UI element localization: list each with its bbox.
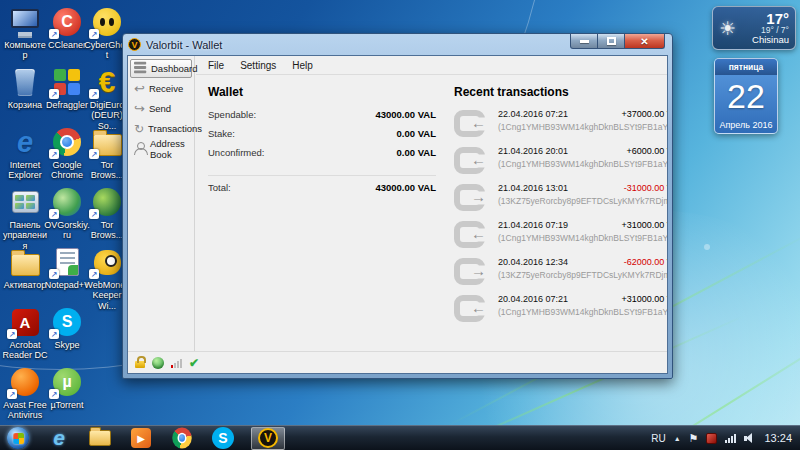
weather-gadget[interactable]: ☀ 17° 19° / 7° Chisinau	[712, 6, 796, 50]
taskbar-apps: e▶SV	[0, 427, 285, 450]
shortcut-arrow-icon: ↗	[49, 329, 59, 339]
dashboard-content: Wallet Spendable:43000.00 VALStake:0.00 …	[196, 76, 667, 351]
volume-icon[interactable]	[744, 433, 756, 444]
chrome-icon	[172, 428, 192, 449]
transactions-heading: Recent transactions	[454, 85, 668, 99]
taskbar-skype[interactable]: S	[210, 427, 236, 450]
taskbar: e▶SV RU ▲ ⚑ 13:24	[0, 425, 800, 450]
desktop-icon-control-panel[interactable]: Панель управления	[2, 186, 48, 251]
menu-help[interactable]: Help	[284, 58, 321, 73]
transaction-row[interactable]: 22.04.2016 07:21+37000.00 VAL(1Cng1YMHB9…	[454, 109, 668, 146]
desktop-icon-utorrent[interactable]: µ↗µTorrent	[44, 366, 90, 410]
minimize-button[interactable]	[570, 34, 598, 49]
internet-explorer-icon: e	[53, 426, 65, 450]
wallet-sidebar: Dashboard↩Receive↪Send↻TransactionsAddre…	[128, 56, 195, 351]
transaction-date: 20.04.2016 07:21	[498, 294, 568, 304]
desktop-icon-aktivator[interactable]: Активатор	[2, 246, 48, 290]
taskbar-windows-media-player[interactable]: ▶	[128, 427, 154, 450]
network-icon[interactable]	[725, 433, 736, 443]
staking-check-icon: ✔	[189, 357, 199, 369]
sidebar-item-receive[interactable]: ↩Receive	[130, 79, 192, 98]
menu-settings[interactable]: Settings	[232, 58, 284, 73]
sidebar-item-transactions[interactable]: ↻Transactions	[130, 119, 192, 138]
action-center-flag-icon[interactable]: ⚑	[689, 432, 699, 445]
shortcut-arrow-icon: ↗	[7, 389, 17, 399]
transaction-amount: +31000.00 VAL	[622, 294, 668, 304]
language-indicator[interactable]: RU	[651, 433, 665, 444]
transaction-sent-icon	[454, 258, 485, 285]
calendar-gadget[interactable]: пятница 22 Апрель 2016	[714, 58, 778, 134]
shortcut-arrow-icon: ↗	[49, 89, 59, 99]
transaction-row[interactable]: 20.04.2016 07:21+31000.00 VAL(1Cng1YMHB9…	[454, 294, 668, 331]
desktop-icon-acrobat-reader[interactable]: A↗Acrobat Reader DC	[2, 306, 48, 361]
taskbar-internet-explorer[interactable]: e	[46, 427, 72, 450]
minimize-icon	[580, 40, 589, 43]
recent-transactions-panel: Recent transactions 22.04.2016 07:21+370…	[454, 85, 668, 351]
transaction-received-icon	[454, 147, 485, 174]
clock[interactable]: 13:24	[764, 432, 792, 444]
desktop-icon-internet-explorer[interactable]: eInternet Explorer	[2, 126, 48, 181]
monitor-icon	[2, 6, 48, 38]
taskbar-valorbit[interactable]: V	[251, 427, 285, 450]
close-button[interactable]: ✕	[625, 34, 665, 49]
acrobat-icon: A↗	[2, 306, 48, 338]
desktop-icon-label: Avast Free Antivirus	[2, 400, 48, 421]
shortcut-arrow-icon: ↗	[49, 149, 59, 159]
desktop-icon-avast[interactable]: ↗Avast Free Antivirus	[2, 366, 48, 421]
show-hidden-icons-icon[interactable]: ▲	[674, 435, 681, 442]
desktop-icon-computer[interactable]: Компьютер	[2, 6, 48, 61]
valorbit-logo-icon: V	[128, 38, 141, 51]
weather-temp: 17°	[736, 11, 789, 27]
shortcut-arrow-icon: ↗	[89, 209, 99, 219]
media-player-icon: ▶	[131, 428, 151, 448]
transaction-row[interactable]: 21.04.2016 07:19+31000.00 VAL(1Cng1YMHB9…	[454, 220, 668, 257]
taskbar-google-chrome[interactable]	[169, 427, 195, 450]
shortcut-arrow-icon: ↗	[49, 269, 59, 279]
transaction-amount: +31000.00 VAL	[622, 220, 668, 230]
transaction-received-icon	[454, 295, 485, 322]
desktop-icon-label: Корзина	[2, 100, 48, 110]
shortcut-arrow-icon: ↗	[49, 209, 59, 219]
maximize-button[interactable]	[598, 34, 625, 49]
transaction-date: 20.04.2016 12:34	[498, 257, 568, 267]
sidebar-item-send[interactable]: ↪Send	[130, 99, 192, 118]
antivirus-tray-icon[interactable]	[706, 433, 717, 444]
menu-bar: FileSettingsHelp	[196, 56, 667, 75]
windows-flag-icon	[7, 427, 29, 449]
transaction-date: 22.04.2016 07:21	[498, 109, 568, 119]
transaction-amount: +37000.00 VAL	[622, 109, 668, 119]
transaction-row[interactable]: 21.04.2016 13:01-31000.00 VAL(13KZ75yeRo…	[454, 183, 668, 220]
sun-icon: ☀	[719, 17, 736, 40]
wallet-row-spendable: Spendable:43000.00 VAL	[208, 109, 436, 128]
balance-value: 0.00 VAL	[397, 147, 436, 158]
skype-icon: S	[212, 427, 234, 449]
calendar-month: Апрель 2016	[715, 117, 777, 133]
menu-file[interactable]: File	[200, 58, 232, 73]
transaction-address: (1Cng1YMHB93WM14kghDknBLSYt9FB1aYRR)	[498, 307, 668, 317]
desktop-icon-recycle-bin[interactable]: Корзина	[2, 66, 48, 110]
balance-label: Stake:	[208, 128, 235, 139]
send-icon: ↪	[134, 102, 145, 115]
transactions-icon: ↻	[134, 123, 144, 135]
sidebar-item-dashboard[interactable]: Dashboard	[130, 59, 192, 78]
shortcut-arrow-icon: ↗	[89, 29, 99, 39]
sidebar-item-label: Transactions	[148, 123, 202, 134]
wallet-heading: Wallet	[208, 85, 436, 99]
desktop-icon-label: Acrobat Reader DC	[2, 340, 48, 361]
total-label: Total:	[208, 182, 231, 193]
wallet-row-unconfirmed: Unconfirmed:0.00 VAL	[208, 147, 436, 166]
transaction-row[interactable]: 21.04.2016 20:01+6000.00 VAL(1Cng1YMHB93…	[454, 146, 668, 183]
folder-icon	[89, 430, 111, 446]
sidebar-item-address-book[interactable]: Address Book	[130, 139, 192, 158]
taskbar-start-button[interactable]	[5, 427, 31, 450]
transaction-row[interactable]: 20.04.2016 12:34-62000.00 VAL(13KZ75yeRo…	[454, 257, 668, 294]
desktop-icon-skype[interactable]: S↗Skype	[44, 306, 90, 350]
sync-globe-icon	[152, 357, 164, 369]
system-tray: RU ▲ ⚑ 13:24	[651, 432, 800, 445]
transaction-address: (1Cng1YMHB93WM14kghDknBLSYt9FB1aYRR)	[498, 122, 668, 132]
taskbar-windows-explorer[interactable]	[87, 427, 113, 450]
receive-icon: ↩	[134, 82, 145, 95]
wallpaper-bubble	[704, 244, 710, 250]
wallet-total-row: Total: 43000.00 VAL	[208, 182, 436, 201]
total-value: 43000.00 VAL	[375, 182, 436, 193]
